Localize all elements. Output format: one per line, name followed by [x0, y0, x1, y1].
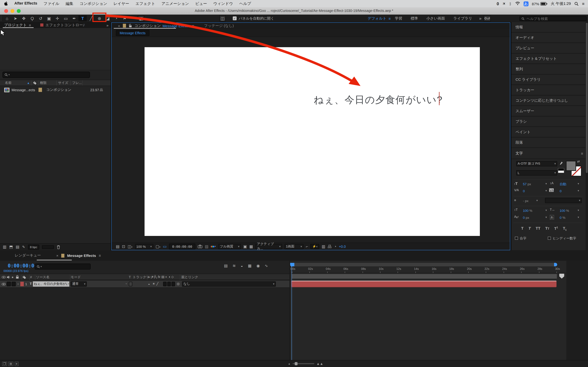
workspace-tab[interactable]: デフォルト	[368, 16, 386, 21]
sort-ascending-icon[interactable]: ▲	[27, 81, 30, 84]
layer-name-selected[interactable]: ねぇ、今日の夕食何がいい?	[33, 281, 69, 287]
tab-render-queue[interactable]: レンダーキュー	[15, 253, 41, 258]
parent-pickwhip-icon[interactable]: ◎	[177, 282, 180, 285]
show-channel-icon[interactable]: ▾	[211, 245, 216, 248]
tab-composition-name[interactable]: Message Effects	[163, 24, 190, 28]
tab-composition-prefix[interactable]: コンポジション	[134, 23, 161, 28]
frame-blend-icon[interactable]: ▤	[161, 275, 164, 279]
sidebar-panel-tab[interactable]: ブラシ	[511, 117, 588, 127]
playhead-line[interactable]	[292, 263, 292, 360]
mercury-transmit-icon[interactable]: ⊡	[122, 244, 125, 249]
kerning-caret[interactable]: ▼	[545, 189, 547, 192]
panel-overflow-chevrons[interactable]: »	[106, 23, 109, 27]
graph-editor-icon[interactable]: ∿	[265, 264, 268, 268]
camera-view-dropdown[interactable]: アクティブカ...▾	[256, 244, 282, 249]
timeline-panel-icon[interactable]: ▥	[322, 244, 325, 249]
ligatures-checkbox[interactable]	[515, 237, 518, 240]
comp-mini-flowchart-icon[interactable]: ▤	[224, 264, 228, 268]
tracking-value[interactable]: 0	[560, 189, 562, 193]
font-style-dropdown[interactable]: L▾	[516, 170, 557, 175]
tsume-value[interactable]: 0 %	[560, 216, 565, 219]
pan-behind-tool-icon[interactable]: ✛	[53, 15, 62, 21]
wifi-icon[interactable]	[515, 2, 520, 6]
tracking-caret[interactable]: ▼	[577, 189, 579, 192]
tab-footage-ghost[interactable]: フッテージ (なし)	[204, 23, 234, 28]
sidebar-panel-tab[interactable]: ペイント	[511, 127, 588, 137]
new-folder-icon[interactable]: ⬒	[9, 245, 13, 249]
shy-icon[interactable]: ◒	[148, 275, 150, 279]
workspace-settings-icon[interactable]: ⚙⇄	[484, 15, 491, 21]
hand-tool-icon[interactable]: ✥	[20, 15, 28, 21]
sidebar-panel-tab[interactable]: エフェクト＆プリセット	[511, 53, 588, 64]
baseline-shift-value[interactable]: 0 px	[523, 216, 529, 219]
collapse-icon[interactable]: ☀	[151, 275, 154, 279]
new-composition-icon[interactable]: ▤	[16, 245, 19, 249]
timeline-menu-icon[interactable]: ≡	[99, 253, 101, 258]
column-preserve-transparency[interactable]: T	[129, 275, 131, 279]
help-search-field[interactable]	[519, 16, 587, 21]
motion-blur-well[interactable]	[172, 282, 175, 286]
zoom-tool-icon[interactable]: Ϙ	[28, 15, 36, 21]
current-timecode[interactable]: 0:00:00:00	[8, 263, 37, 268]
threed-icon[interactable]: ◇	[171, 275, 174, 279]
item-label-swatch[interactable]	[39, 88, 42, 92]
column-source-name[interactable]: ソース名	[36, 275, 50, 280]
column-size[interactable]: サイズ	[58, 81, 68, 85]
timeline-search-field[interactable]: ▾	[35, 264, 91, 269]
exposure-value[interactable]: +0.0	[339, 244, 346, 248]
project-search-field[interactable]: ▾	[2, 72, 90, 78]
rotation-tool-icon[interactable]: ↺	[36, 15, 45, 21]
workspace-overflow-chevrons[interactable]: »	[479, 16, 481, 21]
collapse-switch[interactable]: ☀	[152, 282, 155, 285]
frame-blend-well[interactable]	[167, 282, 171, 286]
column-framerate[interactable]: フレ...	[72, 81, 82, 85]
menubar-clock[interactable]: 火 午後1:29	[551, 1, 571, 6]
shape-tool-icon[interactable]: ▭	[62, 15, 70, 21]
time-ruler[interactable]: 00s02s04s06s08s10s12s14s16s18s20s22s24s2…	[290, 267, 588, 273]
eye-column-icon[interactable]	[2, 276, 6, 279]
column-number[interactable]: #	[30, 275, 32, 279]
composition-canvas[interactable]: ねぇ、今日の夕食何がいい?	[145, 47, 480, 236]
quality-icon[interactable]: ╲	[155, 275, 157, 279]
solo-toggle-well[interactable]	[12, 282, 16, 286]
roto-brush-tool-icon[interactable]: ◔	[112, 15, 121, 21]
menu-item[interactable]: コンポジション	[77, 1, 110, 6]
character-panel-menu-icon[interactable]: ≡	[581, 151, 583, 155]
menu-item[interactable]: ファイル	[40, 1, 62, 6]
project-search-input[interactable]	[10, 73, 88, 77]
view-layout-dropdown[interactable]: 1画面▾	[285, 244, 303, 249]
puppet-pin-tool-icon[interactable]: ⚑	[121, 15, 129, 21]
leading-caret[interactable]: ▼	[577, 183, 579, 185]
kerning-value[interactable]: 0	[523, 189, 525, 193]
audio-toggle-well[interactable]	[7, 282, 11, 286]
layer-row[interactable]: › 1 T ねぇ、今日の夕食何がいい? 通常▾ ▿ ◒ ☀ ╱ ◎ なし▾	[0, 281, 289, 288]
zoom-out-mountain-icon[interactable]: ▲	[288, 362, 291, 365]
sidebar-panel-tab[interactable]: オーディオ	[511, 33, 588, 43]
black-white-swatch[interactable]	[558, 168, 564, 173]
eyedropper-icon[interactable]	[559, 161, 563, 166]
camera-tool-icon[interactable]: ▣	[45, 15, 53, 21]
selection-tool-icon[interactable]: ➤	[11, 15, 20, 21]
subscript-button[interactable]: T1	[563, 226, 566, 231]
battery-indicator[interactable]: 87%	[532, 1, 547, 6]
effect-well[interactable]	[163, 282, 167, 286]
fill-color-swatch[interactable]	[566, 161, 576, 171]
motion-blur-icon[interactable]: ◉	[256, 264, 260, 268]
record-indicator-icon[interactable]: 0	[497, 1, 499, 6]
font-size-value[interactable]: 57 px	[523, 182, 531, 186]
hindi-digits-checkbox[interactable]	[548, 237, 551, 240]
exposure-reset-icon[interactable]: ◔	[334, 244, 336, 249]
region-of-interest-icon[interactable]: ▭	[163, 244, 167, 249]
layer-duration-bar[interactable]	[291, 281, 556, 287]
open-panel-icon[interactable]: ◫	[219, 15, 226, 21]
stroke-width-value[interactable]: - px	[523, 199, 528, 203]
sidebar-panel-tab[interactable]: 整列	[511, 64, 588, 75]
stroke-style-dropdown[interactable]: ▾	[545, 198, 582, 203]
menu-item[interactable]: ウィンドウ	[210, 1, 236, 6]
menu-item[interactable]: ビュー	[192, 1, 210, 6]
menu-item[interactable]: ヘルプ	[236, 1, 254, 6]
vertical-scale-caret[interactable]: ▼	[545, 209, 547, 211]
font-family-dropdown[interactable]: A-OTF 新ゴ Pr5▾	[516, 161, 557, 166]
sidebar-panel-tab[interactable]: トラッカー	[511, 85, 588, 95]
column-type[interactable]: 種類	[40, 81, 47, 85]
